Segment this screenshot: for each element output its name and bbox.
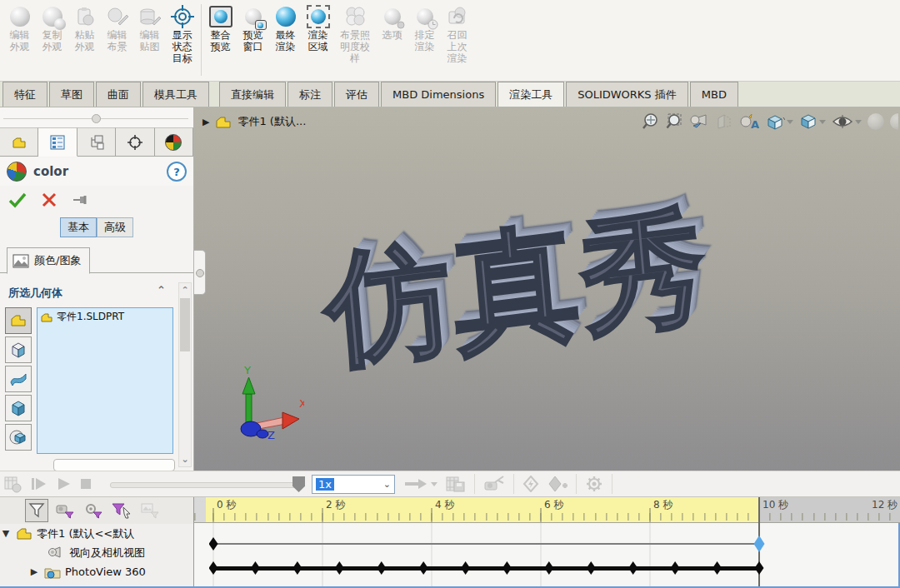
tab-evaluate[interactable]: 评估 [334,82,379,107]
filter-selected-button[interactable] [110,499,133,522]
filter-face-button[interactable] [5,336,32,363]
panel-grip[interactable] [0,107,193,127]
copy-appearance-button[interactable]: 复制 外观 [36,2,68,53]
play-from-start-button[interactable] [30,477,48,491]
schedule-render-button[interactable]: 排定 渲染 [408,2,441,53]
final-render-button[interactable]: 最终 渲染 [269,2,302,53]
timeline-ruler[interactable]: 0 秒 2 秒 4 秒 6 秒 8 秒 10 秒 12 秒 [194,497,900,523]
slider-track[interactable] [110,482,303,488]
tab-mbd-dimensions[interactable]: MBD Dimensions [381,82,496,107]
caret-down-icon[interactable]: ▼ [0,528,12,539]
dropdown-arrow-icon[interactable] [787,120,793,124]
filter-driving-button[interactable] [82,499,105,522]
collapse-chevron-icon[interactable]: ⌃ [157,284,166,296]
autokey-button[interactable] [522,476,539,492]
previous-view-button[interactable] [689,113,709,130]
options-button[interactable]: 选项 [376,2,408,42]
dropdown-arrow-icon[interactable] [819,120,826,124]
track-rows[interactable] [194,523,900,586]
filter-feature-button[interactable] [5,424,32,451]
playback-mode-button[interactable] [403,478,438,490]
tab-displaymanager[interactable] [155,127,193,156]
tab-mbd[interactable]: MBD [690,82,738,107]
cancel-button[interactable] [42,192,57,207]
annotation-views-button[interactable]: A [739,113,759,130]
keyframe-bar[interactable] [213,543,759,545]
model-3d-text[interactable]: 仿真秀 [278,177,756,402]
add-key-button[interactable] [548,476,568,492]
tab-sketch[interactable]: 草图 [49,82,94,107]
filter-animated-button[interactable] [53,499,77,522]
chevron-down-icon[interactable]: ⌄ [383,479,391,490]
help-button[interactable]: ? [167,162,187,182]
scene-illumination-proof-button[interactable]: 布景照 明度校 样 [334,2,376,64]
filter-all-button[interactable] [25,499,48,522]
motion-study-properties-button[interactable] [585,475,603,493]
tab-direct-editing[interactable]: 直接编辑 [219,82,286,107]
render-region-button[interactable]: 渲染 区域 [302,2,334,53]
pin-button[interactable] [72,193,92,207]
display-state-target-button[interactable]: 显示 状态 目标 [166,2,198,64]
selected-geometry-list[interactable]: 零件1.SLDPRT [37,307,173,454]
ok-button[interactable] [8,192,27,208]
paste-appearance-button[interactable]: 粘贴 外观 [68,2,101,53]
tab-features[interactable]: 特征 [2,82,48,107]
view-orientation-button[interactable] [765,112,793,131]
scroll-down-icon[interactable]: ⌄ [179,454,191,465]
list-item[interactable]: 零件1.SLDPRT [38,308,172,326]
tab-configurationmanager[interactable] [78,127,116,156]
recall-last-render-button[interactable]: 召回 上次 渲染 [441,2,473,64]
part-icon [11,135,28,150]
graphics-viewport[interactable]: ▶ 零件1 (默认... A 仿真秀 Y X Z [194,107,900,471]
tab-propertymanager[interactable] [38,127,77,157]
section-view-button[interactable] [715,113,733,130]
integrated-preview-button[interactable]: 整合 预览 [204,2,237,53]
preview-window-button[interactable]: 预览 窗口 [237,2,269,53]
color-image-subtab[interactable]: 颜色/图象 [7,247,90,274]
tab-annotation[interactable]: 标注 [288,82,332,107]
tree-row-orientation[interactable]: 视向及相机视图 [0,543,193,562]
expand-caret-icon[interactable]: ▶ [202,117,209,127]
save-animation-button[interactable] [446,476,466,492]
zoom-area-button[interactable] [665,112,683,131]
filter-part-button[interactable] [5,307,32,334]
filter-results-button[interactable] [138,499,162,522]
display-style-button[interactable] [799,112,826,131]
tab-render-tools[interactable]: 渲染工具 [498,82,564,107]
zoom-fit-button[interactable] [641,112,659,131]
edit-decal-button[interactable]: 编辑 贴图 [133,2,166,53]
tab-solidworks-addins[interactable]: SOLIDWORKS 插件 [566,82,688,107]
caret-right-icon[interactable]: ▶ [28,566,40,577]
tab-dimxpertmanager[interactable] [116,127,154,156]
edit-appearance-button[interactable]: 编辑 外观 [3,2,36,53]
tab-mold-tools[interactable]: 模具工具 [142,82,209,107]
feature-tree-flyout[interactable]: ▶ 零件1 (默认... [202,114,306,129]
stop-button[interactable] [80,478,92,490]
panel-splitter-tab[interactable] [194,250,206,295]
edit-appearance-hud-button[interactable] [868,113,884,130]
panel-scrollbar[interactable]: ⌃ ⌄ [178,282,192,467]
dropdown-arrow-icon[interactable] [431,482,438,486]
advanced-mode-button[interactable]: 高级 [97,217,133,237]
hide-show-items-button[interactable] [832,113,862,130]
ribbon-separator [201,4,202,76]
calculate-button[interactable] [3,475,22,493]
tree-row-photoview[interactable]: ▶ PhotoView 360 [0,562,193,581]
basic-mode-button[interactable]: 基本 [60,217,97,237]
tree-row-part[interactable]: ▼ 零件1 (默认<<默认 [0,524,193,543]
dropdown-arrow-icon[interactable] [855,120,862,124]
timeline-slider[interactable] [110,476,303,491]
scrollbar-thumb[interactable] [180,298,190,351]
slider-handle[interactable] [292,476,305,492]
filter-surface-button[interactable] [5,366,32,392]
scroll-up-icon[interactable]: ⌃ [179,285,191,296]
edit-scene-button[interactable]: 编辑 布景 [101,2,133,53]
playback-speed-combobox[interactable]: 1x ⌄ [312,475,395,494]
render-region-icon [307,5,330,28]
animation-wizard-button[interactable] [483,476,505,492]
tab-featuremanager[interactable] [0,127,38,156]
apply-scene-button[interactable] [890,113,898,130]
play-button[interactable] [57,477,72,491]
tab-surfaces[interactable]: 曲面 [96,82,141,107]
filter-body-button[interactable] [5,395,32,421]
